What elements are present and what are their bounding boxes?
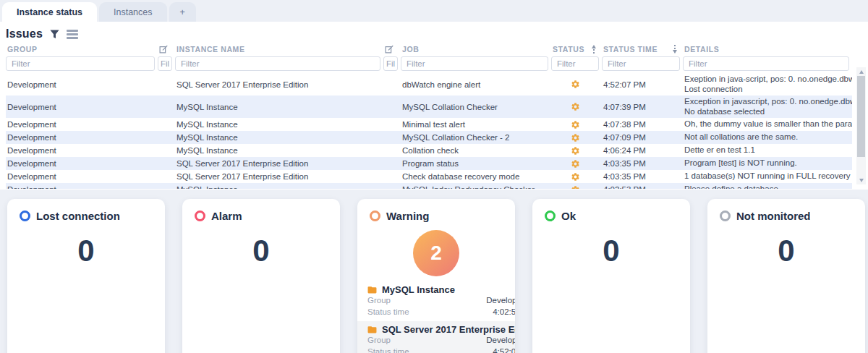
details-filter-input[interactable]	[683, 56, 849, 71]
issues-title: Issues	[6, 27, 43, 41]
card-not-monitored[interactable]: Not monitored 0	[707, 199, 865, 353]
col-header-instance-name[interactable]: INSTANCE NAME	[175, 42, 383, 55]
card-title: Warning	[386, 210, 429, 222]
group-filter-input[interactable]	[6, 56, 155, 71]
table-row[interactable]: Development SQL Server 2017 Enterprise E…	[6, 170, 852, 183]
warning-ring-icon	[370, 210, 380, 221]
card-count: 0	[182, 234, 340, 268]
card-title: Not monitored	[736, 210, 811, 222]
table-row[interactable]: Development MySQL Instance MySQL Collati…	[6, 131, 852, 144]
sort-descending-icon[interactable]	[673, 45, 677, 54]
status-time-label: Status time	[367, 307, 409, 318]
instance-name: SQL Server 2017 Enterprise Ed	[382, 324, 515, 335]
status-filter-input[interactable]	[551, 56, 599, 71]
status-time-value: 4:52:07 PM	[493, 346, 515, 353]
filter-funnel-icon[interactable]	[49, 29, 60, 40]
tab-bar: Instance status Instances +	[0, 0, 868, 22]
table-row[interactable]: Development MySQL Instance Minimal test …	[6, 118, 852, 131]
warning-instance-entry[interactable]: MySQL Instance GroupDevelopment Status t…	[357, 281, 515, 321]
folder-icon	[367, 326, 377, 333]
col-header-status[interactable]: STATUS	[551, 42, 602, 55]
tab-instances[interactable]: Instances	[99, 2, 167, 22]
menu-icon[interactable]	[67, 30, 78, 39]
instance-name: MySQL Instance	[382, 284, 455, 295]
warning-gear-icon	[571, 146, 580, 156]
table-row[interactable]: Development MySQL Instance Collation che…	[6, 144, 852, 157]
col-header-group[interactable]: GROUP	[6, 42, 158, 55]
tab-add[interactable]: +	[169, 2, 196, 22]
col-header-status-time-label: STATUS TIME	[603, 45, 658, 54]
table-row[interactable]: Development SQL Server 2017 Enterprise E…	[6, 157, 852, 170]
card-count: 0	[707, 234, 865, 268]
card-count: 0	[7, 234, 165, 268]
card-ok[interactable]: Ok 0	[532, 199, 690, 353]
table-row[interactable]: Development MySQL Instance MySQL Index R…	[6, 183, 852, 189]
group-value: Development	[486, 295, 515, 307]
not-monitored-ring-icon	[720, 210, 731, 221]
col-edit-1[interactable]	[158, 42, 175, 55]
card-lost-connection[interactable]: Lost connection 0	[7, 199, 165, 353]
card-count: 0	[532, 234, 690, 268]
table-scrollbar[interactable]	[856, 67, 866, 184]
edit-column-icon	[385, 45, 393, 54]
status-time-value: 4:02:53 PM	[493, 307, 515, 318]
group-label: Group	[367, 335, 391, 346]
sort-ascending-icon[interactable]	[592, 45, 596, 54]
warning-gear-icon	[571, 159, 580, 169]
edit-1-filter-input[interactable]	[158, 56, 172, 71]
col-edit-2[interactable]	[383, 42, 401, 55]
ok-ring-icon	[545, 210, 556, 221]
card-title: Ok	[561, 210, 576, 222]
warning-instance-entry[interactable]: SQL Server 2017 Enterprise Ed GroupDevel…	[357, 321, 515, 353]
warning-count-badge: 2	[413, 230, 459, 276]
col-header-details[interactable]: DETAILS	[683, 42, 852, 55]
warning-gear-icon	[571, 185, 580, 190]
status-time-filter-input[interactable]	[602, 56, 680, 71]
card-warning[interactable]: Warning 2 MySQL Instance GroupDevelopmen…	[357, 199, 515, 353]
status-cards: Lost connection 0 Alarm 0 Warning 2 MySQ…	[0, 190, 868, 353]
tab-instance-status[interactable]: Instance status	[2, 2, 97, 22]
card-title: Lost connection	[36, 210, 120, 222]
table-row[interactable]: Development SQL Server 2017 Enterprise E…	[6, 73, 852, 95]
alarm-ring-icon	[195, 210, 205, 221]
warning-gear-icon	[571, 120, 580, 129]
scroll-down-icon[interactable]	[859, 176, 864, 184]
edit-2-filter-input[interactable]	[383, 56, 398, 71]
warning-gear-icon	[571, 133, 580, 143]
lost-connection-ring-icon	[20, 210, 30, 221]
status-time-label: Status time	[367, 346, 409, 353]
scrollbar-thumb[interactable]	[857, 76, 865, 157]
warning-gear-icon	[571, 102, 580, 111]
warning-gear-icon	[571, 172, 580, 182]
scroll-up-icon[interactable]	[859, 67, 864, 76]
issues-table-body: Development SQL Server 2017 Enterprise E…	[0, 73, 868, 189]
card-alarm[interactable]: Alarm 0	[182, 199, 340, 353]
table-header-row: GROUP INSTANCE NAME JOB STATUS STATUS TI…	[6, 42, 852, 55]
col-header-job[interactable]: JOB	[401, 42, 551, 55]
card-title: Alarm	[211, 210, 242, 222]
folder-icon	[367, 286, 377, 294]
group-label: Group	[367, 295, 391, 307]
group-value: Development	[486, 335, 515, 346]
job-filter-input[interactable]	[401, 56, 548, 71]
warning-gear-icon	[571, 80, 580, 89]
col-header-status-time[interactable]: STATUS TIME	[602, 42, 683, 55]
col-header-status-label: STATUS	[553, 45, 584, 54]
table-row[interactable]: Development MySQL Instance MySQL Collati…	[6, 95, 852, 118]
instance-name-filter-input[interactable]	[175, 56, 380, 71]
filter-row	[6, 56, 852, 73]
issues-panel: Issues GROUP INSTANCE NAME JOB STATUS ST…	[0, 22, 868, 190]
edit-column-icon	[159, 45, 168, 54]
